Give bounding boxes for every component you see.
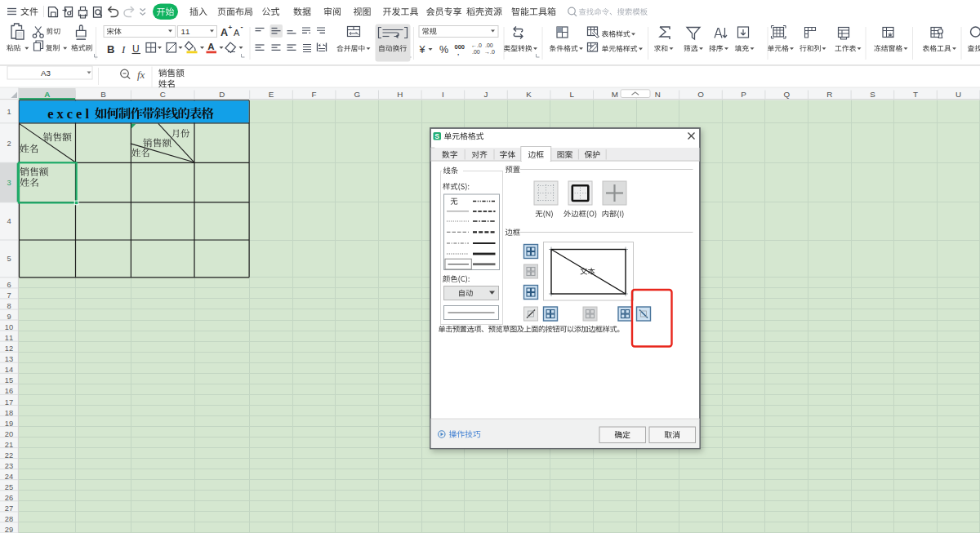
svg-text:8: 8 xyxy=(7,302,11,310)
svg-text:.00: .00 xyxy=(485,42,493,48)
svg-text:G: G xyxy=(354,90,360,99)
svg-text:K: K xyxy=(526,90,532,99)
svg-text:I: I xyxy=(121,43,126,56)
svg-text:2: 2 xyxy=(7,140,11,148)
svg-text:16: 16 xyxy=(5,387,13,395)
svg-text:1: 1 xyxy=(7,108,11,116)
svg-text:A3: A3 xyxy=(41,69,51,78)
svg-text:27: 27 xyxy=(5,504,13,513)
svg-text:22: 22 xyxy=(5,451,13,460)
svg-text:26: 26 xyxy=(5,494,13,502)
svg-text:18: 18 xyxy=(5,409,13,417)
svg-text:21: 21 xyxy=(5,441,13,449)
svg-text:A: A xyxy=(234,28,240,38)
svg-text:20: 20 xyxy=(5,430,13,438)
svg-text:I: I xyxy=(442,90,444,99)
svg-text:N: N xyxy=(655,90,661,99)
svg-text:-: - xyxy=(241,23,243,31)
svg-text:←.0: ←.0 xyxy=(471,42,482,48)
svg-text:L: L xyxy=(569,90,574,99)
svg-text:P: P xyxy=(741,90,746,99)
svg-text:12: 12 xyxy=(5,344,13,353)
svg-text:excel: excel xyxy=(47,106,92,122)
svg-text:B: B xyxy=(107,43,114,56)
svg-text:→.0: →.0 xyxy=(484,49,495,55)
svg-text:S: S xyxy=(870,90,875,99)
svg-text:11: 11 xyxy=(181,27,190,36)
svg-text:19: 19 xyxy=(5,420,13,428)
svg-text:15: 15 xyxy=(5,376,13,384)
svg-text:25: 25 xyxy=(5,483,13,491)
svg-text:+: + xyxy=(229,24,233,31)
svg-text:T: T xyxy=(913,90,918,99)
svg-text:A: A xyxy=(220,27,228,38)
svg-text:F: F xyxy=(312,90,317,99)
svg-text:9: 9 xyxy=(7,313,11,321)
svg-text:A: A xyxy=(44,90,50,99)
svg-text:U: U xyxy=(956,90,961,99)
svg-text:A: A xyxy=(207,42,214,51)
svg-text:13: 13 xyxy=(5,355,13,363)
svg-text:J: J xyxy=(484,90,488,99)
svg-text:fx: fx xyxy=(137,69,145,81)
svg-text:4: 4 xyxy=(7,217,11,225)
svg-text:B: B xyxy=(100,90,106,99)
svg-text:S: S xyxy=(434,132,439,140)
svg-text:R: R xyxy=(826,90,832,99)
svg-text:7: 7 xyxy=(7,291,11,300)
svg-text:U: U xyxy=(132,43,140,55)
svg-text:M: M xyxy=(612,90,618,99)
svg-text:5: 5 xyxy=(7,255,11,263)
svg-text:E: E xyxy=(269,90,274,99)
svg-text:,: , xyxy=(457,49,459,56)
svg-text:23: 23 xyxy=(5,462,13,470)
svg-text:6: 6 xyxy=(7,281,11,289)
svg-text:O: O xyxy=(697,90,704,99)
svg-text:17: 17 xyxy=(5,398,13,406)
svg-text:C: C xyxy=(160,90,166,99)
svg-text:Q: Q xyxy=(783,90,790,99)
svg-text:24: 24 xyxy=(5,473,13,481)
svg-text:28: 28 xyxy=(5,515,13,523)
svg-text:H: H xyxy=(397,90,403,99)
svg-text:10: 10 xyxy=(5,323,13,331)
svg-text:14: 14 xyxy=(5,366,13,374)
svg-text:¥: ¥ xyxy=(419,44,425,56)
svg-text:11: 11 xyxy=(5,334,13,342)
svg-text:3: 3 xyxy=(7,179,11,187)
svg-text:.00: .00 xyxy=(472,49,480,55)
svg-text:D: D xyxy=(219,90,225,99)
svg-text:000: 000 xyxy=(455,43,466,51)
svg-text:29: 29 xyxy=(5,526,13,533)
svg-text:%: % xyxy=(439,44,448,56)
